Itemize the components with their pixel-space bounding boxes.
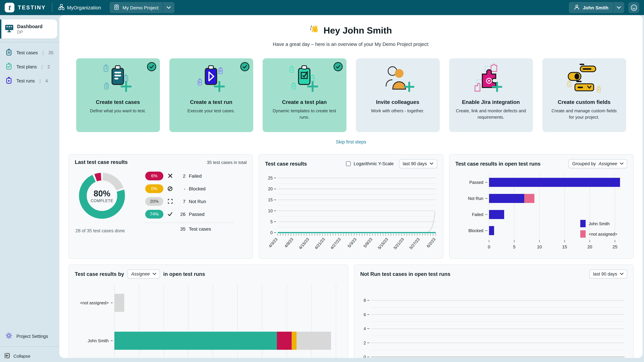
card-create-test-plan[interactable]: Create a test plan Dynamic templates to … — [262, 58, 346, 132]
chevron-down-icon — [617, 6, 621, 9]
skip-first-steps-link[interactable]: Skip first steps — [336, 139, 366, 144]
svg-text:0: 0 — [270, 230, 273, 235]
sidebar-item-project-settings[interactable]: Project Settings — [0, 330, 59, 343]
done-check-badge-icon — [240, 62, 250, 73]
svg-text:25: 25 — [612, 244, 617, 249]
checkbox-icon[interactable] — [346, 161, 351, 166]
svg-text:Failed: Failed — [472, 212, 483, 217]
date-range-select[interactable]: last 90 days — [399, 159, 437, 168]
main-content: Hey John Smith Have a great day – here i… — [59, 15, 643, 358]
logo[interactable]: t TESTINY — [5, 3, 46, 12]
card-title: Invite colleagues — [356, 99, 440, 105]
panel-results-open-test-runs: Test case results in open test runs Grou… — [449, 154, 634, 259]
user-menu[interactable]: John Smith — [569, 2, 624, 13]
notrun-pill: 20% — [145, 197, 163, 206]
card-description: Execute your test cases. — [169, 108, 253, 114]
card-description: Work with others - together. — [356, 108, 440, 114]
log-scale-checkbox[interactable]: Logarithmic Y-Scale — [346, 161, 394, 166]
panel-title: Test case results by — [75, 271, 124, 277]
organization-menu[interactable]: MyOrganization — [58, 4, 101, 11]
svg-text:10: 10 — [537, 244, 542, 249]
panel-title: Test case results — [265, 161, 307, 167]
svg-text:5/9/23: 5/9/23 — [362, 237, 373, 248]
project-settings-label: Project Settings — [16, 334, 48, 339]
topbar: t TESTINY MyOrganization — [0, 0, 644, 15]
clipboard-check-plus-icon — [284, 62, 325, 96]
app: t TESTINY MyOrganization — [0, 0, 644, 362]
svg-text:25: 25 — [268, 176, 273, 180]
open-runs-bar-chart: 0510152025PassedNot RunFailedBlockedJohn… — [455, 171, 627, 255]
panel-title: Last test case results — [75, 159, 128, 165]
project-selector[interactable]: My Demo Project — [110, 2, 174, 13]
organization-name: MyOrganization — [67, 5, 101, 10]
donut-footer: 28 of 35 test cases done — [76, 228, 132, 233]
legend-row-failed: 6% 2 Failed — [145, 171, 234, 180]
sidebar-item-dashboard[interactable]: Dashboard DP — [0, 19, 57, 38]
svg-text:4/9/23: 4/9/23 — [284, 237, 294, 248]
user-chevron-button[interactable] — [614, 2, 624, 13]
card-enable-jira-integration[interactable]: Enable Jira integration Create, link and… — [449, 58, 533, 132]
card-description: Dynamic templates to create test runs. — [262, 108, 346, 120]
svg-text:15: 15 — [268, 197, 273, 202]
svg-text:5: 5 — [270, 219, 273, 224]
svg-text:15: 15 — [562, 244, 567, 249]
blocked-icon — [163, 186, 177, 191]
sidebar-item-label: Test runs — [16, 78, 35, 83]
card-title: Create test cases — [76, 99, 160, 105]
legend-row-passed: 74% 26 Passed — [145, 210, 234, 219]
svg-text:8: 8 — [364, 298, 366, 303]
x-icon — [163, 173, 177, 178]
test-cases-count: 35 — [48, 50, 54, 55]
test-case-results-line-chart: 05101520254/3/234/9/234/15/234/21/234/27… — [265, 171, 437, 255]
donut-percent: 80% — [94, 189, 110, 198]
group-by-select[interactable]: Assignee — [128, 270, 160, 279]
feedback-button[interactable] — [628, 2, 639, 13]
project-chevron-button[interactable] — [163, 2, 174, 13]
svg-text:5/3/23: 5/3/23 — [347, 237, 358, 248]
active-project-title: Dashboard — [17, 24, 42, 29]
svg-text:20: 20 — [587, 244, 592, 249]
sidebar-item-test-plans[interactable]: Test plans | 2 — [0, 60, 59, 74]
panel-results-by-assignee: Test case results by Assignee in open te… — [68, 265, 348, 358]
completion-donut-chart: 80% COMPLETE — [77, 171, 127, 221]
card-invite-colleagues[interactable]: Invite colleagues Work with others - tog… — [356, 58, 440, 132]
smiley-icon — [630, 4, 638, 11]
svg-text:4/3/23: 4/3/23 — [268, 237, 278, 248]
clipboard-plus-icon — [97, 62, 139, 96]
card-create-custom-fields[interactable]: Create custom fields Create and manage c… — [542, 58, 626, 132]
test-plans-icon — [5, 63, 12, 71]
brand-wordmark: TESTINY — [18, 4, 46, 11]
svg-text:4: 4 — [364, 326, 366, 331]
svg-text:<not assigned>: <not assigned> — [588, 232, 617, 237]
card-title: Create custom fields — [542, 99, 626, 105]
svg-text:5/27/23: 5/27/23 — [408, 237, 420, 250]
passed-pill: 74% — [145, 210, 163, 218]
legend-total-row: 35 Test cases — [145, 226, 234, 232]
legend-row-notrun: 20% 7 Not Run — [145, 197, 234, 206]
clipboard-play-plus-icon — [190, 62, 232, 96]
svg-text:John Smith: John Smith — [88, 338, 109, 343]
card-title: Create a test run — [169, 99, 253, 105]
panel-title: Test case results in open test runs — [455, 161, 540, 167]
check-icon — [163, 211, 177, 217]
custom-fields-icon — [563, 62, 605, 96]
svg-text:0: 0 — [364, 355, 366, 358]
blocked-pill: 0% — [145, 184, 163, 193]
sidebar-item-test-runs[interactable]: Test runs | 4 — [0, 74, 59, 88]
notrun-icon — [163, 199, 177, 204]
sidebar-item-label: Test cases — [16, 50, 38, 55]
svg-text:0: 0 — [488, 244, 490, 249]
date-range-select[interactable]: last 90 days — [589, 270, 627, 279]
gear-icon — [5, 332, 12, 340]
card-create-test-run[interactable]: Create a test run Execute your test case… — [169, 58, 253, 132]
failed-pill: 6% — [145, 171, 163, 180]
testiny-logo-icon: t — [5, 3, 14, 12]
card-create-test-cases[interactable]: Create test cases Define what you want t… — [76, 58, 160, 132]
group-by-select[interactable]: Grouped by Assignee — [568, 159, 627, 168]
sidebar-item-test-cases[interactable]: Test cases | 35 — [0, 45, 59, 60]
chevron-down-icon — [620, 273, 624, 275]
panel-title: Not Run test cases in open test runs — [360, 271, 450, 277]
sidebar-item-label: Test plans — [16, 64, 37, 69]
sidebar-collapse-button[interactable]: Collapse — [0, 350, 59, 362]
svg-text:5/15/23: 5/15/23 — [377, 237, 389, 250]
